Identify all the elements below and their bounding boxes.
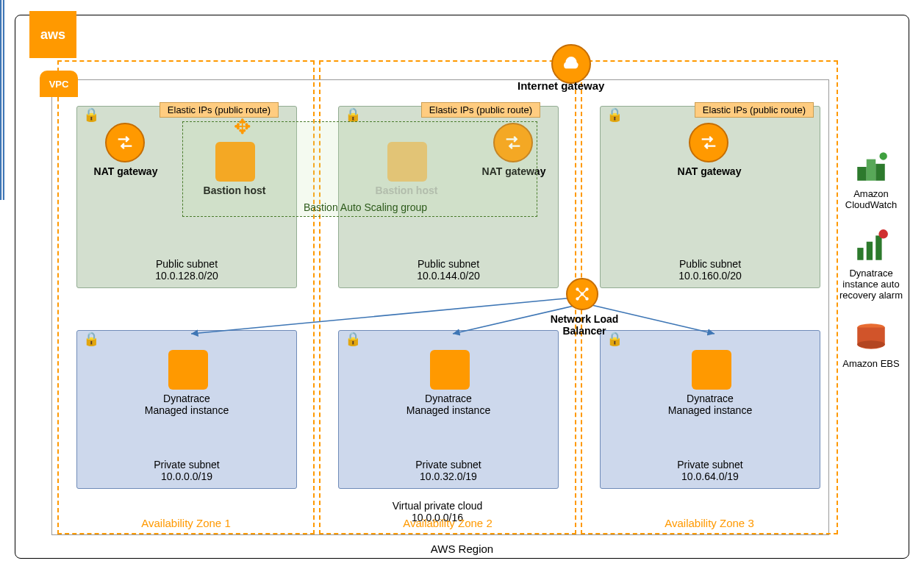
igw-nlb-line [0,0,4,200]
svg-point-17 [857,340,885,348]
nlb-label: Network Load Balancer [540,313,628,337]
nat-gateway-label: NAT gateway [82,165,170,177]
ebs-item: Amazon EBS [842,318,899,369]
eip-label: Elastic IPs (public route) [421,102,540,118]
vpc-badge-icon: VPC [40,71,78,97]
az1-label: Availability Zone 1 [141,517,230,529]
lock-icon: 🔒 [83,331,99,347]
cloudwatch-item: Amazon CloudWatch [839,148,903,210]
svg-rect-13 [867,242,873,260]
nat-gateway-icon [689,123,728,162]
alarm-item: Dynatrace instance auto recovery alarm [839,228,903,301]
private-subnet-label: Private subnet 10.0.32.0/19 [339,459,558,482]
lock-icon: 🔒 [83,107,99,123]
nat-gateway-label: NAT gateway [665,165,753,177]
public-subnet-label: Public subnet 10.0.128.0/20 [77,258,296,282]
lock-icon: 🔒 [345,331,361,347]
svg-point-15 [878,229,888,239]
eip-label: Elastic IPs (public route) [695,102,814,118]
az2-label: Availability Zone 2 [403,517,492,529]
svg-point-11 [879,152,887,160]
alarm-label: Dynatrace instance auto recovery alarm [839,268,903,301]
public-subnet-label: Public subnet 10.0.160.0/20 [601,258,820,282]
dynatrace-label: Dynatrace Managed instance [77,393,296,416]
autoscaling-icon: ✥ [234,115,251,139]
az2-private-subnet: 🔒 Dynatrace Managed instance Private sub… [338,330,559,489]
svg-rect-10 [875,164,885,181]
dynatrace-label: Dynatrace Managed instance [339,393,558,416]
eip-label: Elastic IPs (public route) [160,102,279,118]
az3-public-subnet: 🔒 Elastic IPs (public route) NAT gateway… [600,106,820,288]
svg-rect-8 [857,167,867,181]
alarm-icon [853,228,889,265]
lock-icon: 🔒 [345,107,361,123]
sidebar-services: Amazon CloudWatch Dynatrace instance aut… [839,148,903,369]
nat-gateway-icon [105,123,145,162]
dynatrace-label: Dynatrace Managed instance [601,393,820,416]
svg-rect-9 [867,160,876,181]
az3-private-subnet: 🔒 Dynatrace Managed instance Private sub… [600,330,820,489]
az1-private-subnet: 🔒 Dynatrace Managed instance Private sub… [76,330,297,489]
private-subnet-label: Private subnet 10.0.0.0/19 [77,459,296,482]
ebs-icon [853,318,889,355]
dynatrace-instance-icon [692,350,731,390]
internet-gateway-label: Internet gateway [517,79,604,92]
az3-label: Availability Zone 3 [665,517,753,529]
asg-label: Bastion Auto Scaling group [304,201,427,213]
cloudwatch-label: Amazon CloudWatch [839,188,903,210]
svg-rect-14 [875,235,881,260]
private-subnet-label: Private subnet 10.0.64.0/19 [601,459,820,482]
ebs-label: Amazon EBS [842,358,899,369]
dynatrace-instance-icon [168,350,208,390]
lock-icon: 🔒 [606,107,623,123]
network-load-balancer-icon [566,278,598,310]
region-label: AWS Region [431,543,493,555]
internet-gateway-icon [551,44,591,84]
aws-logo-icon: aws [29,11,76,58]
public-subnet-label: Public subnet 10.0.144.0/20 [339,258,558,282]
dynatrace-instance-icon [430,350,470,390]
availability-zone-3: Availability Zone 3 🔒 Elastic IPs (publi… [581,60,838,534]
svg-rect-12 [857,248,863,260]
cloudwatch-icon [853,148,889,185]
